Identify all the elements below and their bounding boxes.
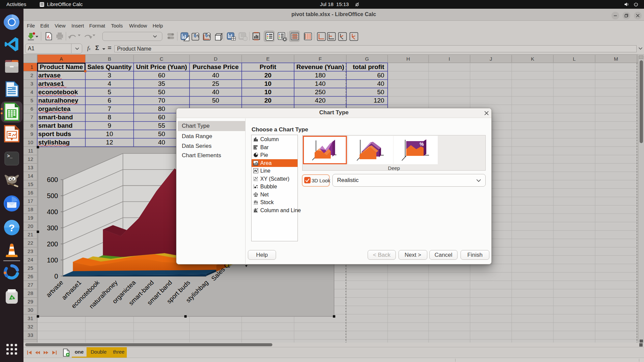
svg-text:organictea: organictea [38,105,71,112]
svg-text:200: 200 [47,240,58,248]
svg-text:I: I [449,56,450,62]
svg-text:9: 9 [31,131,33,137]
svg-text:28: 28 [28,290,33,296]
svg-text:8: 8 [31,123,33,128]
svg-text:K: K [531,56,534,62]
svg-text:15: 15 [28,181,33,187]
svg-text:5: 5 [31,98,33,103]
svg-text:2: 2 [31,72,33,78]
svg-text:40: 40 [212,88,219,96]
svg-text:3: 3 [31,81,33,86]
svg-text:1: 1 [31,64,33,70]
svg-text:0: 0 [54,273,58,280]
svg-text:19: 19 [28,215,33,221]
svg-text:L: L [573,56,576,62]
svg-text:420: 420 [315,97,326,104]
svg-text:9: 9 [108,122,111,129]
svg-text:Purchase Price: Purchase Price [193,63,238,70]
svg-text:55: 55 [158,122,165,129]
svg-text:22: 22 [28,240,33,246]
svg-text:500: 500 [47,192,58,199]
svg-text:3: 3 [108,72,111,79]
svg-text:D: D [214,56,217,62]
svg-text:11: 11 [28,148,33,154]
svg-text:stylishbag: stylishbag [38,139,70,146]
svg-text:G: G [365,56,369,62]
svg-text:7: 7 [108,105,111,112]
svg-text:13: 13 [28,165,33,170]
svg-text:40: 40 [377,80,384,87]
svg-text:30: 30 [28,307,33,313]
svg-text:60: 60 [158,72,165,79]
svg-text:E: E [266,56,270,62]
svg-text:6: 6 [108,97,111,104]
svg-text:econotebook: econotebook [38,88,78,96]
svg-text:40: 40 [158,139,165,146]
svg-text:10: 10 [28,139,33,145]
svg-text:21: 21 [28,232,33,237]
svg-text:50: 50 [377,88,384,96]
svg-text:Sales Quantity: Sales Quantity [87,63,131,70]
svg-text:23: 23 [28,248,33,254]
svg-text:naturalhoney: naturalhoney [38,97,78,104]
svg-text:50: 50 [158,88,165,96]
svg-text:16: 16 [28,190,33,195]
svg-text:Product Name: Product Name [40,63,83,70]
svg-text:10: 10 [264,88,271,96]
svg-text:60: 60 [158,114,165,121]
svg-text:60: 60 [377,72,384,79]
svg-text:70: 70 [158,97,165,104]
svg-text:Unit Price (Yuan): Unit Price (Yuan) [136,63,187,70]
svg-text:12: 12 [106,139,113,146]
svg-text:100: 100 [47,256,58,264]
svg-text:C: C [160,56,163,62]
svg-text:33: 33 [28,332,33,338]
svg-text:smart band: smart band [38,122,72,129]
svg-text:27: 27 [28,282,33,288]
svg-text:F: F [319,56,322,62]
svg-text:7: 7 [31,114,33,120]
svg-text:18: 18 [28,206,33,212]
svg-text:Profit: Profit [260,63,276,70]
svg-text:25: 25 [212,80,219,87]
svg-text:20: 20 [264,97,271,104]
svg-text:6: 6 [31,106,33,112]
svg-text:10: 10 [106,130,113,137]
svg-text:25: 25 [28,265,33,271]
svg-text:50: 50 [212,97,219,104]
svg-text:600: 600 [47,176,58,183]
svg-text:20: 20 [28,223,33,229]
svg-text:14: 14 [28,173,33,179]
svg-text:B: B [108,56,111,62]
svg-text:35: 35 [158,80,165,87]
svg-text:140: 140 [315,80,326,87]
svg-text:8: 8 [108,114,111,121]
svg-text:>_: >_ [7,153,12,159]
svg-text:H: H [406,56,410,62]
svg-text:300: 300 [47,224,58,232]
svg-text:26: 26 [28,274,33,279]
svg-text:J: J [490,56,492,62]
svg-text:4: 4 [108,80,111,87]
svg-text:50: 50 [158,130,165,137]
svg-text:Revenue (Yuan): Revenue (Yuan) [296,63,344,70]
svg-text:4: 4 [31,89,33,95]
svg-text:smart-band: smart-band [38,114,73,121]
svg-text:artvase1: artvase1 [38,80,64,87]
svg-text:24: 24 [28,257,33,262]
svg-text:10: 10 [264,80,271,87]
svg-text:17: 17 [28,198,33,204]
svg-text:sport buds: sport buds [38,130,71,137]
svg-text:M: M [614,56,618,62]
svg-text:12: 12 [28,156,33,162]
svg-text:180: 180 [315,72,326,79]
svg-text:A: A [60,56,63,62]
svg-text:?: ? [9,222,15,233]
svg-text:32: 32 [28,324,33,329]
svg-text:250: 250 [315,88,326,96]
svg-text:total profit: total profit [353,63,385,70]
svg-text:400: 400 [47,208,58,216]
svg-text:31: 31 [28,315,33,321]
svg-text:20: 20 [264,72,271,79]
svg-text:artvase: artvase [38,72,61,79]
